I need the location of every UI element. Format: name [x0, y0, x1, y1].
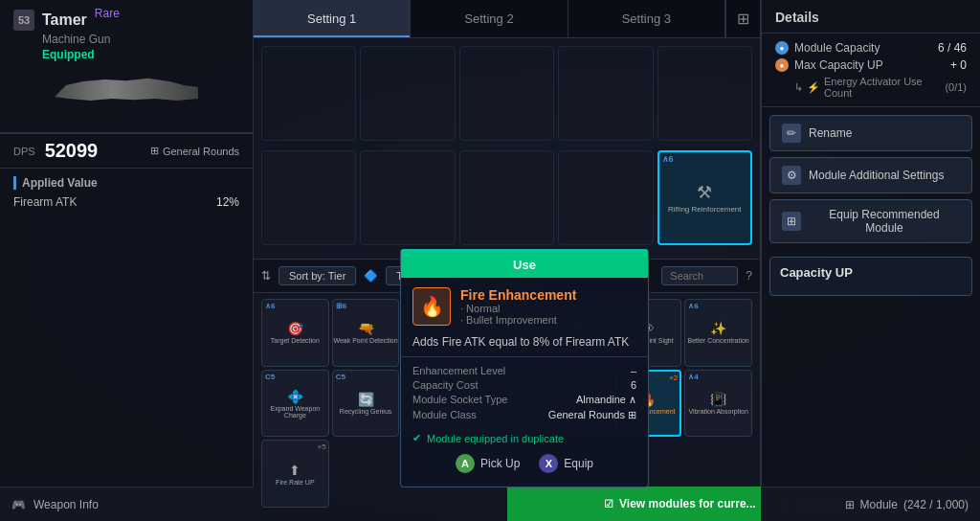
weapon-silhouette: [55, 74, 198, 112]
capacity-cost-row: Capacity Cost 6: [412, 379, 636, 391]
module-count-label: Module: [860, 498, 898, 511]
energy-icon: ⚡: [807, 81, 820, 94]
module-slot[interactable]: [261, 150, 356, 245]
weapon-info-bar[interactable]: 🎮 Weapon Info: [0, 487, 254, 521]
class-label: Module Class: [412, 409, 477, 421]
module-count-bar: ⊞ Module (242 / 1,000): [761, 487, 980, 521]
module-slot-rifling[interactable]: ∧6 ⚒ Rifling Reinforcement: [657, 150, 752, 245]
max-capacity-row: ● Max Capacity UP + 0: [775, 58, 967, 72]
class-row: Module Class General Rounds ⊞: [412, 409, 636, 421]
applied-stat-name: Firearm ATK: [13, 195, 77, 209]
capacity-up-box: Capacity UP: [769, 257, 972, 296]
module-slot[interactable]: [558, 150, 653, 245]
btn-x-tooltip: X: [539, 454, 558, 473]
dps-value: 52099: [45, 140, 99, 162]
tooltip-type2: · Bullet Improvement: [460, 314, 576, 326]
module-slot[interactable]: [657, 46, 752, 141]
max-capacity-value: + 0: [950, 58, 967, 72]
pick-up-tooltip-button[interactable]: A Pick Up: [456, 454, 520, 473]
max-capacity-label: Max Capacity UP: [794, 58, 883, 72]
controller-icon: 🎮: [11, 498, 26, 511]
tooltip-type1: · Normal: [460, 303, 576, 314]
tooltip-actions: A Pick Up X Equip: [401, 448, 648, 479]
equip-recommended-button[interactable]: ⊞ Equip Recommended Module: [769, 199, 972, 243]
view-modules-label: View modules for curre...: [619, 497, 756, 510]
inv-slot-recycling[interactable]: C5 🔄 Recycling Genius: [332, 370, 400, 438]
inv-slot-fire-rate[interactable]: ×5 ⬆ Fire Rate UP: [261, 440, 329, 508]
weapon-info-label: Weapon Info: [33, 498, 99, 511]
class-value: General Rounds ⊞: [548, 409, 636, 421]
energy-value: (0/1): [945, 81, 967, 93]
tooltip-header: 🔥 Fire Enhancement · Normal · Bullet Imp…: [401, 278, 648, 331]
inv-slot-vibration[interactable]: ∧4 📳 Vibration Absorption: [684, 370, 752, 438]
rename-button[interactable]: ✏ Rename: [769, 115, 972, 151]
tab-setting-3[interactable]: Setting 3: [568, 0, 725, 37]
tab-2-label: Setting 2: [464, 11, 513, 26]
applied-title: Applied Value: [13, 176, 239, 190]
inv-slot-weak-point[interactable]: ⊞6 🔫 Weak Point Detection: [332, 299, 400, 367]
weapon-type: Machine Gun: [42, 33, 239, 46]
module-slot[interactable]: [459, 46, 554, 141]
help-icon[interactable]: ?: [746, 269, 752, 283]
inv-slot-target-detection[interactable]: ∧6 🎯 Target Detection: [261, 299, 329, 367]
equipped-badge: Equipped: [42, 48, 239, 61]
tooltip-equipped: ✔ Module equipped in duplicate: [401, 428, 648, 448]
use-button[interactable]: Use: [401, 252, 648, 278]
tier-icon: 🔷: [364, 269, 378, 283]
dps-row: DPS 52099 ⊞ General Rounds: [0, 133, 253, 169]
capacity-section: ● Module Capacity 6 / 46 ● Max Capacity …: [762, 34, 980, 107]
settings-tabs: Setting 1 Setting 2 Setting 3 ⊞: [254, 0, 760, 38]
module-slot[interactable]: [261, 46, 356, 141]
equip-tooltip-label: Equip: [564, 457, 593, 470]
socket-type-row: Module Socket Type Almandine ∧: [412, 394, 636, 406]
module-count-icon: ⊞: [845, 498, 855, 511]
inv-slot-concentration[interactable]: ∧6 ✨ Better Concentration: [684, 299, 752, 367]
energy-arrow: ↳: [794, 81, 803, 94]
right-panel: Details ● Module Capacity 6 / 46 ● Max C…: [761, 0, 980, 521]
settings-icon: ⚙: [782, 166, 801, 185]
sort-by-tier-button[interactable]: Sort by: Tier: [278, 266, 356, 285]
module-additional-label: Module Additional Settings: [809, 169, 944, 182]
energy-label: Energy Activator Use Count: [824, 76, 937, 99]
module-slot[interactable]: [558, 46, 653, 141]
capacity-up-title: Capacity UP: [780, 265, 962, 280]
module-grid: ∧6 ⚒ Rifling Reinforcement: [254, 38, 760, 259]
module-capacity-label: Module Capacity: [794, 41, 880, 55]
enhancement-level-label: Enhancement Level: [412, 365, 505, 376]
slot-level: ∧6: [662, 154, 674, 164]
left-panel: 53 Tamer Rare Machine Gun Equipped DPS 5…: [0, 0, 254, 521]
applied-row: Firearm ATK 12%: [13, 193, 239, 211]
equip-tooltip-button[interactable]: X Equip: [539, 454, 593, 473]
applied-section: Applied Value Firearm ATK 12%: [0, 169, 253, 218]
rename-label: Rename: [809, 126, 852, 140]
module-slot[interactable]: [459, 150, 554, 245]
tab-setting-2[interactable]: Setting 2: [411, 0, 568, 37]
tooltip-description: Adds Fire ATK equal to 8% of Firearm ATK: [401, 331, 648, 357]
ammo-label: General Rounds: [163, 146, 239, 157]
capacity-icon: ●: [775, 41, 789, 55]
tab-setting-1[interactable]: Setting 1: [254, 0, 411, 37]
enhancement-level-row: Enhancement Level –: [412, 365, 636, 376]
weapon-image: [50, 69, 203, 117]
module-count-value: (242 / 1,000): [903, 498, 969, 511]
slot-icon: ⚒: [697, 182, 712, 203]
inv-slot-expand[interactable]: C5 💠 Expand Weapon Charge: [261, 370, 329, 438]
pick-up-tooltip-label: Pick Up: [480, 457, 520, 470]
module-capacity-row: ● Module Capacity 6 / 46: [775, 41, 967, 55]
tab-3-label: Setting 3: [622, 11, 671, 26]
check-icon: ✔: [412, 432, 421, 444]
enhancement-level-value: –: [631, 365, 636, 376]
module-slot[interactable]: [360, 46, 455, 141]
tooltip-stats: Enhancement Level – Capacity Cost 6 Modu…: [401, 357, 648, 428]
equip-recommended-label: Equip Recommended Module: [809, 208, 960, 235]
module-additional-settings-button[interactable]: ⚙ Module Additional Settings: [769, 157, 972, 193]
capacity-cost-value: 6: [631, 379, 636, 391]
module-slot[interactable]: [360, 150, 455, 245]
ammo-type: ⊞ General Rounds: [150, 145, 239, 157]
tab-grid-icon[interactable]: ⊞: [725, 0, 760, 37]
capacity-cost-label: Capacity Cost: [412, 379, 478, 391]
dps-label: DPS: [13, 146, 35, 157]
rename-icon: ✏: [782, 124, 801, 143]
equipped-label: Module equipped in duplicate: [427, 433, 564, 444]
search-input[interactable]: [661, 266, 738, 285]
